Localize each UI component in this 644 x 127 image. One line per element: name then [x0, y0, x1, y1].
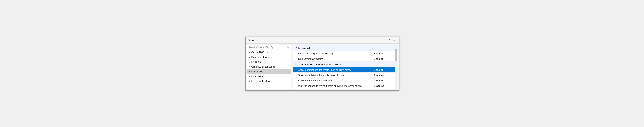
- sidebar: 🔍 ▶ Cross Platform▶ Database Tools▶ F# T…: [247, 45, 291, 89]
- sidebar-item-intellicode[interactable]: ▶ IntelliCode: [247, 69, 291, 74]
- sidebar-item-live-share[interactable]: ▶ Live Share: [247, 74, 291, 79]
- settings-row-advanced-0[interactable]: IntelliCode suggestions logging Enabled: [293, 51, 395, 56]
- row-value-completions-2: Enabled: [374, 79, 389, 82]
- settings-row-completions-0[interactable]: Apply completions for whole lines on rig…: [293, 67, 395, 73]
- search-icon-button[interactable]: 🔍: [286, 46, 290, 49]
- sidebar-arrow-graphics-diagnostics: ▶: [249, 66, 250, 68]
- help-button[interactable]: ?: [388, 38, 390, 42]
- row-label-completions-3: Wait for pauses in typing before showing…: [298, 84, 374, 88]
- options-dialog: Options ? × 🔍 ▶ Cross Platform▶ Database…: [245, 36, 399, 91]
- title-bar-buttons: ? ×: [388, 38, 396, 42]
- scrollbar[interactable]: [395, 45, 397, 89]
- settings-row-completions-3[interactable]: Wait for pauses in typing before showing…: [293, 84, 395, 89]
- settings-row-completions-2[interactable]: Show completions on new lines Enabled: [293, 78, 395, 84]
- sidebar-arrow-fsharp-tools: ▶: [249, 61, 250, 63]
- row-value-completions-0: Enabled: [374, 68, 389, 71]
- row-value-completions-3: Disabled: [374, 84, 389, 88]
- collapse-arrow-advanced: ✓: [295, 47, 297, 50]
- sidebar-arrow-database-tools: ▶: [249, 56, 250, 58]
- sidebar-arrow-live-unit-testing: ▶: [249, 80, 250, 82]
- sidebar-item-database-tools[interactable]: ▶ Database Tools: [247, 55, 291, 60]
- scrollbar-thumb: [395, 49, 397, 61]
- sidebar-item-fsharp-tools[interactable]: ▶ F# Tools: [247, 60, 291, 64]
- row-label-completions-2: Show completions on new lines: [298, 79, 374, 82]
- sidebar-arrow-live-share: ▶: [249, 75, 250, 78]
- search-box: 🔍: [247, 45, 291, 50]
- row-label-completions-0: Apply completions for whole lines on rig…: [298, 68, 374, 71]
- close-button[interactable]: ×: [393, 38, 396, 42]
- sidebar-label-intellicode: IntelliCode: [252, 70, 263, 73]
- row-value-completions-1: Enabled: [374, 74, 389, 77]
- dialog-title: Options: [248, 38, 256, 42]
- sidebar-list: ▶ Cross Platform▶ Database Tools▶ F# Too…: [247, 50, 291, 89]
- main-content: ✓ AdvancedIntelliCode suggestions loggin…: [293, 45, 395, 89]
- main-panel: ✓ AdvancedIntelliCode suggestions loggin…: [293, 45, 397, 89]
- section-header-completions[interactable]: ✓ Completions for whole lines of code: [293, 62, 395, 67]
- sidebar-label-live-unit-testing: Live Unit Testing: [252, 80, 270, 82]
- settings-row-advanced-1[interactable]: Output window logging Enabled: [293, 56, 395, 62]
- row-label-advanced-1: Output window logging: [298, 58, 374, 60]
- row-value-advanced-0: Enabled: [374, 52, 389, 55]
- sidebar-item-cross-platform[interactable]: ▶ Cross Platform: [247, 50, 291, 55]
- main-panel-inner: ✓ AdvancedIntelliCode suggestions loggin…: [293, 45, 397, 89]
- section-header-advanced[interactable]: ✓ Advanced: [293, 45, 395, 51]
- section-label-advanced: Advanced: [298, 47, 310, 50]
- title-bar: Options ? ×: [246, 37, 399, 44]
- sidebar-label-live-share: Live Share: [252, 75, 263, 78]
- dialog-body: 🔍 ▶ Cross Platform▶ Database Tools▶ F# T…: [246, 44, 399, 90]
- section-label-completions: Completions for whole lines of code: [298, 63, 341, 66]
- settings-row-completions-1[interactable]: Show completions for whole lines of code…: [293, 73, 395, 78]
- sidebar-label-cross-platform: Cross Platform: [252, 51, 268, 54]
- row-label-completions-1: Show completions for whole lines of code: [298, 74, 374, 77]
- sidebar-item-graphics-diagnostics[interactable]: ▶ Graphics Diagnostics: [247, 64, 291, 69]
- sidebar-arrow-cross-platform: ▶: [249, 51, 250, 54]
- row-value-advanced-1: Enabled: [374, 58, 389, 60]
- sidebar-label-graphics-diagnostics: Graphics Diagnostics: [252, 65, 275, 68]
- sidebar-arrow-intellicode: ▶: [249, 70, 250, 73]
- sidebar-item-live-unit-testing[interactable]: ▶ Live Unit Testing: [247, 79, 291, 84]
- sidebar-label-fsharp-tools: F# Tools: [252, 60, 261, 64]
- search-input[interactable]: [248, 46, 285, 49]
- sidebar-label-database-tools: Database Tools: [252, 56, 268, 58]
- row-label-advanced-0: IntelliCode suggestions logging: [298, 52, 374, 55]
- collapse-arrow-completions: ✓: [295, 63, 297, 66]
